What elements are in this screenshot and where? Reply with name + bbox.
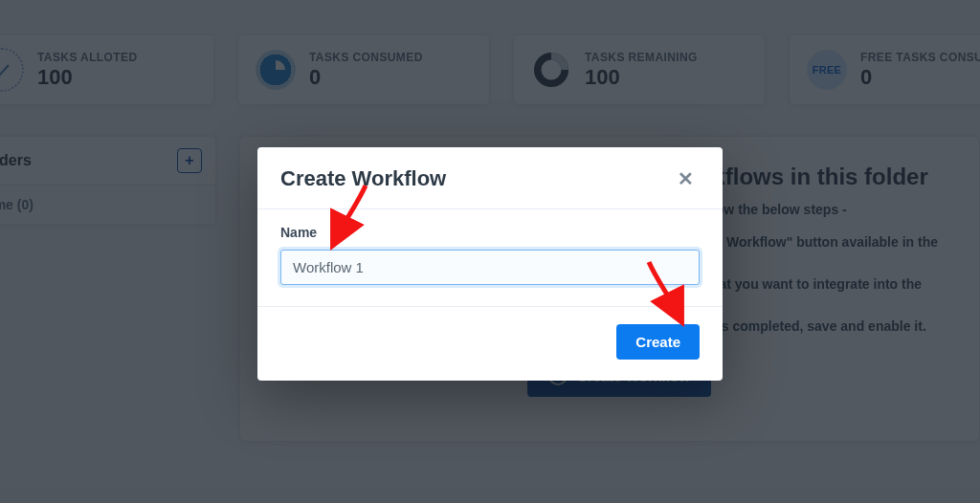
modal-create-button[interactable]: Create <box>616 324 700 360</box>
name-field-label: Name <box>280 225 700 240</box>
create-workflow-modal: Create Workflow ✕ Name Create <box>257 147 723 381</box>
modal-close-button[interactable]: ✕ <box>672 168 700 189</box>
modal-title: Create Workflow <box>280 166 446 191</box>
workflow-name-input[interactable] <box>280 250 700 285</box>
